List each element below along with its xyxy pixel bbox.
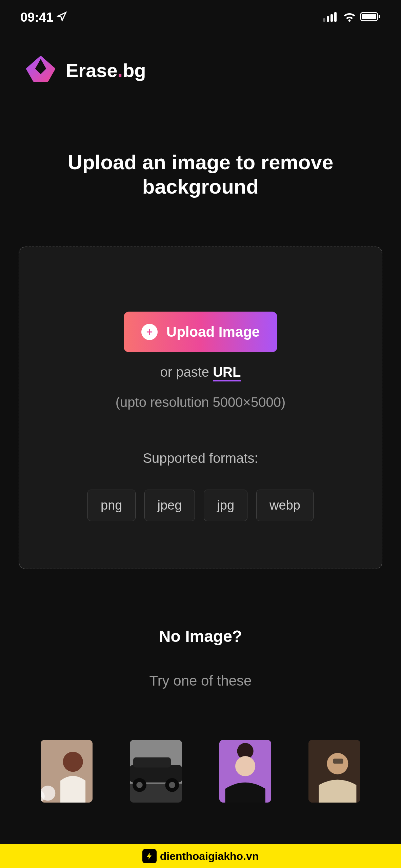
sample-thumb-4[interactable]	[308, 740, 360, 803]
sample-thumb-3[interactable]	[219, 740, 271, 803]
wifi-icon	[343, 10, 356, 25]
svg-point-18	[137, 782, 143, 788]
svg-point-25	[327, 753, 348, 774]
app-header: Erase.bg	[0, 35, 401, 106]
formats-label: Supported formats:	[40, 451, 361, 466]
watermark-text: dienthoaigiakho.vn	[160, 850, 259, 863]
logo-text-part2: bg	[123, 60, 146, 81]
watermark-icon	[142, 849, 157, 863]
svg-rect-0	[323, 18, 325, 22]
watermark-bar: dienthoaigiakho.vn	[0, 844, 401, 868]
svg-point-23	[235, 756, 255, 776]
paste-prefix: or paste	[160, 364, 213, 379]
svg-rect-3	[334, 12, 337, 22]
upload-image-button[interactable]: Upload Image	[124, 312, 277, 352]
paste-url-link[interactable]: URL	[213, 364, 241, 381]
upload-button-label: Upload Image	[166, 324, 260, 340]
sample-images-row	[0, 740, 401, 803]
battery-icon	[360, 10, 381, 25]
try-one-text: Try one of these	[0, 673, 401, 689]
svg-point-20	[169, 782, 175, 788]
svg-point-10	[63, 752, 83, 772]
erase-bg-logo-text: Erase.bg	[66, 59, 146, 81]
signal-icon	[323, 10, 339, 25]
erase-bg-logo-icon	[24, 55, 58, 85]
svg-rect-26	[333, 759, 343, 764]
format-chip-png: png	[87, 490, 135, 521]
svg-rect-2	[330, 14, 333, 22]
logo-text-part1: Erase	[66, 60, 118, 81]
status-bar: 09:41	[0, 0, 401, 35]
location-icon	[57, 10, 67, 25]
paste-url-row: or paste URL	[40, 364, 361, 380]
svg-rect-16	[133, 757, 171, 768]
page-title: Upload an image to remove background	[0, 106, 401, 226]
svg-rect-6	[379, 15, 380, 18]
format-chip-webp: webp	[256, 490, 314, 521]
format-chip-jpeg: jpeg	[144, 490, 195, 521]
status-time: 09:41	[20, 10, 53, 25]
no-image-title: No Image?	[0, 627, 401, 646]
sample-thumb-2[interactable]	[130, 740, 182, 803]
logo-text-dot: .	[118, 60, 123, 81]
formats-list: png jpeg jpg webp	[40, 490, 361, 521]
status-left: 09:41	[20, 10, 67, 25]
resolution-note: (upto resolution 5000×5000)	[40, 395, 361, 410]
upload-dropzone[interactable]: Upload Image or paste URL (upto resoluti…	[19, 246, 382, 569]
svg-rect-1	[327, 16, 329, 22]
plus-icon	[141, 324, 158, 340]
svg-rect-5	[362, 14, 376, 19]
format-chip-jpg: jpg	[204, 490, 247, 521]
status-right	[323, 10, 381, 25]
no-image-section: No Image? Try one of these	[0, 627, 401, 689]
sample-thumb-1[interactable]	[41, 740, 93, 803]
